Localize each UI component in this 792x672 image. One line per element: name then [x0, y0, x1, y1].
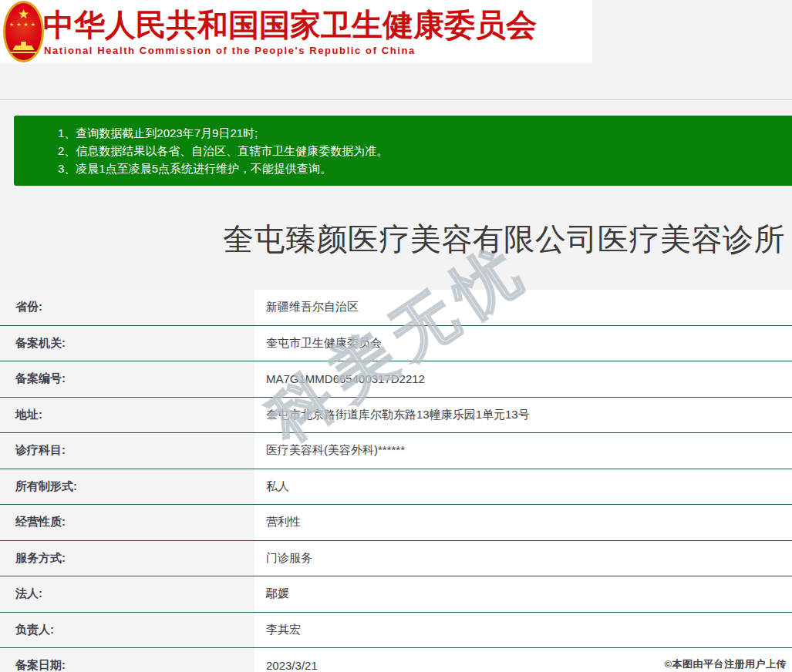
notice-banner: 1、查询数据截止到2023年7月9日21时; 2、信息数据结果以各省、自治区、直…: [14, 116, 792, 186]
emblem-star-icon: ★: [18, 8, 29, 21]
site-title-chinese: 中华人民共和国国家卫生健康委员会: [43, 4, 537, 46]
institution-name-title: 奎屯臻颜医疗美容有限公司医疗美容诊所: [223, 218, 785, 260]
field-value: 门诊服务: [254, 541, 792, 576]
field-value: MA7G1MMD665400317D2212: [254, 361, 792, 397]
field-value: 鄢媛: [254, 576, 792, 612]
emblem-tiananmen-base-icon: [11, 52, 37, 53]
field-row-filing-authority: 备案机关: 奎屯市卫生健康委员会: [0, 326, 792, 362]
field-row-operation-nature: 经营性质: 营利性: [0, 505, 792, 541]
field-value: 李其宏: [254, 613, 792, 648]
field-value: 奎屯市卫生健康委员会: [254, 326, 792, 361]
field-label: 负责人:: [0, 613, 254, 648]
field-row-ownership-type: 所有制形式: 私人: [0, 469, 792, 506]
field-row-clinical-departments: 诊疗科目: 医疗美容科(美容外科)******: [0, 433, 792, 469]
field-label: 省份:: [0, 290, 254, 325]
field-label: 经营性质:: [0, 505, 254, 540]
field-label: 法人:: [0, 576, 254, 612]
field-value: 医疗美容科(美容外科)******: [254, 433, 792, 469]
field-value: 奎屯市北京路街道库尔勒东路13幢康乐园1单元13号: [254, 398, 792, 433]
record-detail-table: 省份: 新疆维吾尔自治区 备案机关: 奎屯市卫生健康委员会 备案编号: MA7G…: [0, 290, 792, 672]
field-value: 私人: [254, 469, 792, 505]
field-label: 备案编号:: [0, 361, 254, 397]
field-row-legal-person: 法人: 鄢媛: [0, 576, 792, 613]
field-label: 备案日期:: [0, 648, 254, 672]
notice-line-1: 1、查询数据截止到2023年7月9日21时;: [58, 124, 786, 142]
field-label: 地址:: [0, 398, 254, 433]
field-row-person-in-charge: 负责人: 李其宏: [0, 613, 792, 649]
field-value: 营利性: [254, 505, 792, 540]
notice-line-3: 3、凌晨1点至凌晨5点系统进行维护，不能提供查询。: [58, 160, 786, 177]
field-value: 新疆维吾尔自治区: [254, 290, 792, 325]
field-label: 诊疗科目:: [0, 433, 254, 469]
emblem-small-stars-icon: ★★★★: [5, 22, 42, 27]
emblem-tiananmen-icon: [13, 42, 35, 50]
field-row-address: 地址: 奎屯市北京路街道库尔勒东路13幢康乐园1单元13号: [0, 398, 792, 434]
prc-national-emblem-icon: ★ ★★★★: [3, 1, 44, 62]
notice-line-2: 2、信息数据结果以各省、自治区、直辖市卫生健康委数据为准。: [58, 142, 786, 160]
field-row-province: 省份: 新疆维吾尔自治区: [0, 290, 792, 326]
field-label: 备案机关:: [0, 326, 254, 361]
header-divider: [0, 99, 792, 101]
site-title-english: National Health Commission of the People…: [44, 45, 416, 56]
field-row-filing-number: 备案编号: MA7G1MMD665400317D2212: [0, 361, 792, 398]
photo-credit-badge: ©本图由平台注册用户上传: [664, 657, 787, 671]
field-label: 服务方式:: [0, 541, 254, 576]
site-header: ★ ★★★★ 中华人民共和国国家卫生健康委员会 National Health …: [0, 0, 592, 63]
field-label: 所有制形式:: [0, 469, 254, 505]
field-row-service-mode: 服务方式: 门诊服务: [0, 541, 792, 577]
